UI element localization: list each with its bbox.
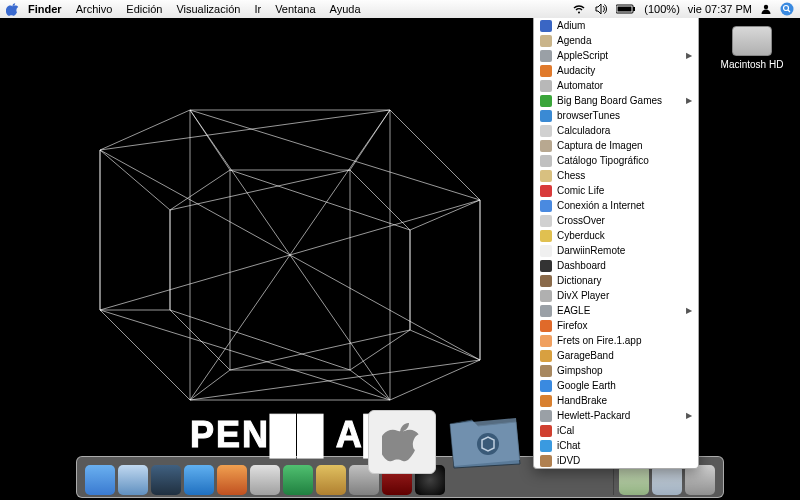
- app-menu-item-dictionary[interactable]: Dictionary: [534, 273, 698, 288]
- app-menu-item-frets-on-fire-1-app[interactable]: Frets on Fire.1.app: [534, 333, 698, 348]
- app-label: iCal: [557, 425, 574, 436]
- app-icon: [540, 140, 552, 152]
- dock-itunes[interactable]: [283, 465, 313, 495]
- app-label: Google Earth: [557, 380, 616, 391]
- app-menu-item-darwiinremote[interactable]: DarwiinRemote: [534, 243, 698, 258]
- submenu-arrow-icon: ▶: [686, 51, 692, 60]
- app-label: Captura de Imagen: [557, 140, 643, 151]
- app-icon: [540, 230, 552, 242]
- app-menu-item-automator[interactable]: Automator: [534, 78, 698, 93]
- app-label: Conexión a Internet: [557, 200, 644, 211]
- app-menu-item-cat-logo-tipogr-fico[interactable]: Catálogo Tipográfico: [534, 153, 698, 168]
- menu-edicion[interactable]: Edición: [126, 3, 162, 15]
- app-menu-item-adium[interactable]: Adium: [534, 18, 698, 33]
- app-menu-item-chess[interactable]: Chess: [534, 168, 698, 183]
- user-icon[interactable]: [760, 3, 772, 15]
- app-menu[interactable]: Finder: [28, 3, 62, 15]
- app-icon: [540, 275, 552, 287]
- app-menu-item-audacity[interactable]: Audacity: [534, 63, 698, 78]
- menu-ayuda[interactable]: Ayuda: [330, 3, 361, 15]
- volume-icon[interactable]: [594, 3, 608, 15]
- app-label: iChat: [557, 440, 580, 451]
- dock-desktop-stack[interactable]: [619, 465, 649, 495]
- menu-visualizacion[interactable]: Visualización: [176, 3, 240, 15]
- app-menu-item-ichat[interactable]: iChat: [534, 438, 698, 453]
- submenu-arrow-icon: ▶: [686, 411, 692, 420]
- app-menu-item-calculadora[interactable]: Calculadora: [534, 123, 698, 138]
- svg-rect-2: [633, 7, 635, 11]
- app-icon: [540, 245, 552, 257]
- dock-trash[interactable]: [685, 465, 715, 495]
- dock-mail[interactable]: [250, 465, 280, 495]
- app-icon: [540, 155, 552, 167]
- svg-line-36: [100, 200, 480, 310]
- app-label: Automator: [557, 80, 603, 91]
- app-menu-item-captura-de-imagen[interactable]: Captura de Imagen: [534, 138, 698, 153]
- svg-line-17: [190, 110, 480, 200]
- applications-menu: AdiumAgendaAppleScript▶AudacityAutomator…: [533, 18, 699, 469]
- app-icon: [540, 200, 552, 212]
- app-menu-item-crossover[interactable]: CrossOver: [534, 213, 698, 228]
- app-label: Agenda: [557, 35, 591, 46]
- dock-firefox[interactable]: [217, 465, 247, 495]
- app-menu-item-agenda[interactable]: Agenda: [534, 33, 698, 48]
- app-label: browserTunes: [557, 110, 620, 121]
- app-menu-item-cyberduck[interactable]: Cyberduck: [534, 228, 698, 243]
- app-label: Comic Life: [557, 185, 604, 196]
- svg-line-13: [350, 370, 390, 400]
- dock-google-earth[interactable]: [151, 465, 181, 495]
- app-menu-item-big-bang-board-games[interactable]: Big Bang Board Games▶: [534, 93, 698, 108]
- app-icon: [540, 365, 552, 377]
- app-icon: [540, 335, 552, 347]
- dock-separator: [613, 467, 614, 495]
- app-menu-item-applescript[interactable]: AppleScript▶: [534, 48, 698, 63]
- applications-folder-tile[interactable]: [442, 410, 526, 474]
- app-icon: [540, 170, 552, 182]
- app-menu-item-hewlett-packard[interactable]: Hewlett-Packard▶: [534, 408, 698, 423]
- battery-icon[interactable]: [616, 4, 636, 14]
- dock-documents-stack[interactable]: [652, 465, 682, 495]
- clock[interactable]: vie 07:37 PM: [688, 3, 752, 15]
- app-icon: [540, 350, 552, 362]
- macintosh-hd-icon[interactable]: Macintosh HD: [720, 26, 784, 70]
- wifi-icon[interactable]: [572, 3, 586, 15]
- app-menu-item-divx-player[interactable]: DivX Player: [534, 288, 698, 303]
- menu-ir[interactable]: Ir: [254, 3, 261, 15]
- app-menu-item-ical[interactable]: iCal: [534, 423, 698, 438]
- app-label: EAGLE: [557, 305, 590, 316]
- app-menu-item-google-earth[interactable]: Google Earth: [534, 378, 698, 393]
- app-menu-item-dashboard[interactable]: Dashboard: [534, 258, 698, 273]
- app-icon: [540, 410, 552, 422]
- svg-line-12: [410, 330, 480, 360]
- app-label: Hewlett-Packard: [557, 410, 630, 421]
- battery-percent: (100%): [644, 3, 679, 15]
- dock-ichat[interactable]: [184, 465, 214, 495]
- app-menu-item-idvd[interactable]: iDVD: [534, 453, 698, 468]
- app-icon: [540, 440, 552, 452]
- apple-menu-icon[interactable]: [6, 2, 20, 16]
- app-menu-item-handbrake[interactable]: HandBrake: [534, 393, 698, 408]
- menu-archivo[interactable]: Archivo: [76, 3, 113, 15]
- menu-ventana[interactable]: Ventana: [275, 3, 315, 15]
- dock-safari[interactable]: [118, 465, 148, 495]
- app-icon: [540, 395, 552, 407]
- app-icon: [540, 65, 552, 77]
- app-menu-item-eagle[interactable]: EAGLE▶: [534, 303, 698, 318]
- app-menu-item-browsertunes[interactable]: browserTunes: [534, 108, 698, 123]
- submenu-arrow-icon: ▶: [686, 96, 692, 105]
- dock-finder[interactable]: [85, 465, 115, 495]
- app-menu-item-comic-life[interactable]: Comic Life: [534, 183, 698, 198]
- app-menu-item-conexi-n-a-internet[interactable]: Conexión a Internet: [534, 198, 698, 213]
- app-label: Cyberduck: [557, 230, 605, 241]
- app-menu-item-garageband[interactable]: GarageBand: [534, 348, 698, 363]
- app-label: Catálogo Tipográfico: [557, 155, 649, 166]
- svg-line-16: [100, 150, 170, 210]
- app-menu-item-firefox[interactable]: Firefox: [534, 318, 698, 333]
- app-label: Chess: [557, 170, 585, 181]
- app-label: Gimpshop: [557, 365, 603, 376]
- dock-iphoto[interactable]: [316, 465, 346, 495]
- app-menu-item-gimpshop[interactable]: Gimpshop: [534, 363, 698, 378]
- app-icon: [540, 20, 552, 32]
- apple-tile[interactable]: [368, 410, 436, 474]
- spotlight-icon[interactable]: [780, 2, 794, 16]
